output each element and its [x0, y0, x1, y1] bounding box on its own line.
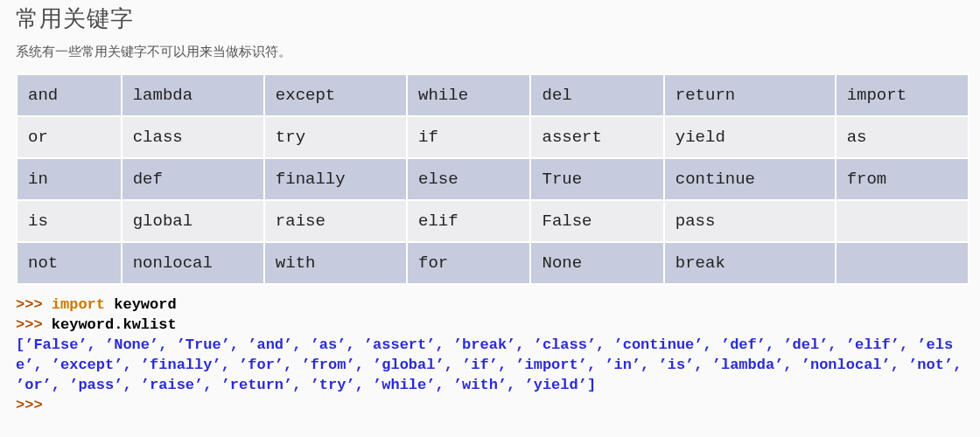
keyword-cell: and: [17, 74, 122, 116]
section-title: 常用关键字: [16, 3, 970, 34]
keyword-cell: for: [407, 242, 530, 284]
keyword-cell: [836, 242, 969, 284]
keyword-cell: [836, 200, 969, 242]
keyword-cell: while: [407, 74, 530, 116]
keyword-cell: try: [264, 116, 407, 158]
keyword-cell: from: [836, 158, 969, 200]
keywords-table: andlambdaexceptwhiledelreturnimportorcla…: [16, 73, 970, 285]
keyword-cell: or: [17, 116, 122, 158]
code-block: >>> import keyword>>> keyword.kwlist[’Fa…: [16, 294, 970, 423]
keyword-cell: nonlocal: [122, 242, 264, 284]
keyword-cell: del: [530, 74, 663, 116]
table-row: isglobalraiseelifFalsepass: [17, 200, 969, 242]
keyword-cell: with: [264, 242, 407, 284]
keyword-cell: import: [836, 74, 969, 116]
section-description: 系统有一些常用关键字不可以用来当做标识符。: [16, 39, 970, 63]
keyword-cell: raise: [264, 200, 407, 242]
keyword-cell: not: [17, 242, 122, 284]
keyword-cell: if: [407, 116, 530, 158]
repl-output: [’False’, ’None’, ’True’, ’and’, ’as’, ’…: [16, 336, 971, 393]
keyword-cell: class: [122, 116, 264, 158]
keyword-cell: else: [407, 158, 530, 200]
keyword-cell: def: [122, 158, 264, 200]
repl-prompt: >>>: [16, 296, 52, 313]
table-row: notnonlocalwithforNonebreak: [17, 242, 969, 284]
code-keyword: import: [52, 296, 105, 313]
keyword-cell: True: [530, 158, 663, 200]
keyword-cell: is: [17, 200, 122, 242]
repl-prompt: >>>: [16, 316, 52, 333]
keyword-cell: elif: [407, 200, 530, 242]
keyword-cell: lambda: [122, 74, 264, 116]
keyword-cell: assert: [530, 116, 663, 158]
table-row: orclasstryifassertyieldas: [17, 116, 969, 158]
table-row: indeffinallyelseTruecontinuefrom: [17, 158, 969, 200]
table-row: andlambdaexceptwhiledelreturnimport: [17, 74, 969, 116]
keyword-cell: pass: [664, 200, 836, 242]
keyword-cell: except: [264, 74, 407, 116]
keyword-cell: None: [530, 242, 663, 284]
code-text: keyword: [105, 296, 177, 313]
keyword-cell: continue: [664, 158, 836, 200]
keyword-cell: in: [17, 158, 122, 200]
keyword-cell: finally: [264, 158, 407, 200]
keyword-cell: global: [122, 200, 264, 242]
keyword-cell: break: [664, 242, 836, 284]
keyword-cell: return: [664, 74, 836, 116]
repl-prompt: >>>: [16, 397, 43, 413]
keyword-cell: False: [530, 200, 663, 242]
keyword-cell: as: [836, 116, 969, 158]
keyword-cell: yield: [664, 116, 836, 158]
code-text: keyword.kwlist: [52, 316, 177, 333]
